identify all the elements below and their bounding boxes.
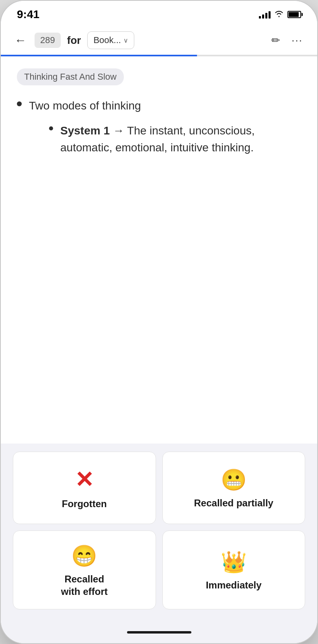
chevron-down-icon: ∨ — [123, 37, 128, 44]
phone-frame: 9:41 — [0, 0, 318, 644]
recalled-partially-button[interactable]: 😬 Recalled partially — [162, 452, 306, 524]
screen-wrapper: 9:41 — [1, 1, 317, 643]
more-button[interactable]: ··· — [289, 32, 305, 49]
edit-button[interactable]: ✏ — [269, 32, 283, 49]
signal-icon — [259, 10, 271, 19]
wifi-icon — [275, 10, 283, 19]
grimace-emoji: 😬 — [221, 469, 247, 490]
home-bar — [127, 631, 191, 634]
nested-text: System 1 → The instant, unconscious, aut… — [60, 122, 301, 156]
battery-icon — [287, 11, 301, 18]
crown-emoji: 👑 — [221, 551, 247, 572]
recalled-effort-button[interactable]: 😁 Recalledwith effort — [13, 530, 156, 609]
immediately-label: Immediately — [206, 579, 262, 591]
nav-bar: ← 289 for Book... ∨ ✏ ··· — [1, 25, 317, 55]
immediately-button[interactable]: 👑 Immediately — [162, 530, 306, 609]
response-grid: ✕ Forgotten 😬 Recalled partially 😁 Recal… — [1, 444, 317, 625]
system1-bold: System 1 → — [60, 124, 124, 137]
status-icons — [259, 10, 301, 19]
bullet-text: Two modes of thinking — [29, 99, 141, 112]
book-tag: Thinking Fast And Slow — [17, 68, 124, 85]
back-button[interactable]: ← — [13, 32, 28, 49]
bullet-dot — [17, 101, 22, 106]
x-icon: ✕ — [75, 469, 94, 491]
page-badge: 289 — [35, 33, 61, 48]
list-item: Two modes of thinking System 1 → The ins… — [17, 97, 301, 166]
nested-bullet-dot — [49, 126, 53, 130]
nested-list: System 1 → The instant, unconscious, aut… — [29, 122, 301, 156]
book-dropdown[interactable]: Book... ∨ — [87, 31, 134, 49]
grin-emoji: 😁 — [71, 545, 97, 566]
for-label: for — [67, 34, 81, 47]
forgotten-label: Forgotten — [62, 497, 107, 510]
bullet-list: Two modes of thinking System 1 → The ins… — [17, 97, 301, 166]
home-indicator — [1, 625, 317, 643]
dropdown-label: Book... — [93, 35, 121, 45]
status-bar: 9:41 — [1, 1, 317, 25]
status-time: 9:41 — [17, 8, 39, 21]
forgotten-button[interactable]: ✕ Forgotten — [13, 452, 156, 524]
recalled-effort-label: Recalledwith effort — [61, 573, 108, 598]
nested-list-item: System 1 → The instant, unconscious, aut… — [49, 122, 301, 156]
main-content: Thinking Fast And Slow Two modes of thin… — [1, 56, 317, 444]
recalled-partially-label: Recalled partially — [194, 497, 273, 509]
